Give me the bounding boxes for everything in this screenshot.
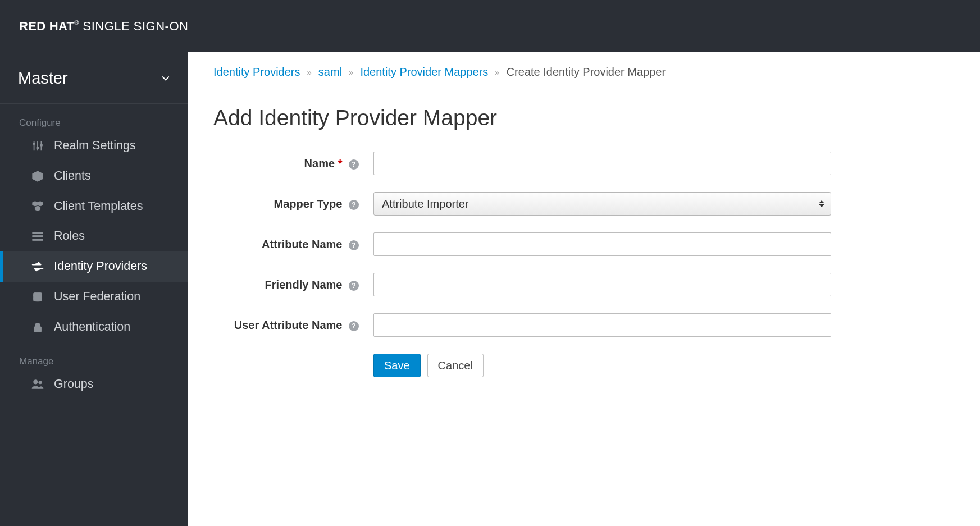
svg-rect-9 (34, 327, 42, 332)
required-marker: * (338, 157, 343, 170)
sidebar-item-realm-settings[interactable]: Realm Settings (0, 131, 188, 161)
page-title: Add Identity Provider Mapper (213, 106, 955, 130)
brand-logo: RED HAT® SINGLE SIGN-ON (19, 19, 188, 34)
trademark-icon: ® (74, 19, 79, 26)
database-icon (31, 291, 44, 303)
sidebar-item-authentication[interactable]: Authentication (0, 312, 188, 342)
name-input[interactable] (373, 152, 831, 175)
label-text: Name (304, 157, 335, 170)
sidebar-section-configure: Configure (0, 104, 188, 131)
sidebar-item-label: Identity Providers (54, 259, 147, 274)
mapper-type-label: Mapper Type ? (213, 192, 373, 212)
mapper-form: Name * ? Mapper Type ? Attribute Importe… (213, 152, 831, 377)
realm-selector[interactable]: Master (0, 52, 188, 104)
name-label: Name * ? (213, 152, 373, 171)
breadcrumb-current: Create Identity Provider Mapper (507, 66, 666, 79)
app-header: RED HAT® SINGLE SIGN-ON (0, 0, 980, 52)
lock-icon (31, 321, 44, 333)
friendly-name-input[interactable] (373, 273, 831, 296)
exchange-icon (31, 260, 44, 273)
svg-rect-8 (33, 239, 43, 241)
chevron-down-icon (162, 75, 170, 83)
breadcrumb-identity-providers[interactable]: Identity Providers (213, 66, 300, 79)
mapper-type-select[interactable]: Attribute Importer (373, 192, 831, 216)
chevron-right-icon: » (349, 67, 353, 77)
label-text: Attribute Name (262, 238, 342, 250)
help-icon[interactable]: ? (349, 321, 359, 331)
chevron-right-icon: » (307, 67, 312, 77)
breadcrumb-saml[interactable]: saml (318, 66, 342, 79)
sidebar-item-label: Authentication (54, 320, 130, 335)
svg-rect-6 (33, 232, 43, 234)
sidebar-item-label: User Federation (54, 290, 140, 304)
svg-point-10 (34, 380, 38, 384)
sidebar-item-clients[interactable]: Clients (0, 161, 188, 191)
sidebar-item-label: Realm Settings (54, 139, 136, 153)
sidebar-item-client-templates[interactable]: Client Templates (0, 191, 188, 222)
cancel-button[interactable]: Cancel (427, 354, 484, 377)
sidebar-section-manage: Manage (0, 342, 188, 369)
realm-name: Master (18, 69, 68, 88)
cube-icon (31, 170, 44, 182)
help-icon[interactable]: ? (349, 200, 359, 210)
user-attribute-name-label: User Attribute Name ? (213, 313, 373, 333)
svg-rect-5 (40, 144, 43, 146)
attribute-name-label: Attribute Name ? (213, 232, 373, 252)
sidebar-item-groups[interactable]: Groups (0, 369, 188, 400)
sidebar-item-identity-providers[interactable]: Identity Providers (0, 251, 188, 282)
list-icon (31, 230, 44, 243)
svg-point-11 (39, 381, 42, 385)
brand-thin: SINGLE SIGN-ON (83, 19, 188, 33)
sidebar-item-roles[interactable]: Roles (0, 221, 188, 251)
sidebar-item-label: Roles (54, 229, 85, 244)
sliders-icon (31, 140, 44, 152)
sidebar: Master Configure Realm Settings Clients … (0, 52, 188, 526)
user-attribute-name-input[interactable] (373, 313, 831, 337)
help-icon[interactable]: ? (349, 159, 359, 170)
brand-bold: RED HAT (19, 19, 74, 33)
help-icon[interactable]: ? (349, 240, 359, 250)
attribute-name-input[interactable] (373, 232, 831, 256)
main-content: Identity Providers » saml » Identity Pro… (188, 52, 980, 526)
breadcrumb: Identity Providers » saml » Identity Pro… (213, 66, 955, 79)
cubes-icon (31, 200, 44, 212)
sidebar-item-user-federation[interactable]: User Federation (0, 282, 188, 312)
help-icon[interactable]: ? (349, 281, 359, 291)
friendly-name-label: Friendly Name ? (213, 273, 373, 292)
label-text: User Attribute Name (234, 319, 343, 331)
group-icon (31, 378, 44, 390)
sidebar-item-label: Groups (54, 377, 94, 392)
chevron-right-icon: » (495, 67, 499, 77)
label-text: Friendly Name (265, 278, 343, 291)
sidebar-item-label: Client Templates (54, 199, 143, 214)
label-text: Mapper Type (274, 198, 343, 210)
svg-rect-7 (33, 236, 43, 237)
save-button[interactable]: Save (373, 354, 421, 377)
svg-rect-4 (37, 147, 39, 149)
svg-rect-3 (33, 143, 35, 144)
breadcrumb-mappers[interactable]: Identity Provider Mappers (360, 66, 488, 79)
sidebar-item-label: Clients (54, 169, 91, 184)
